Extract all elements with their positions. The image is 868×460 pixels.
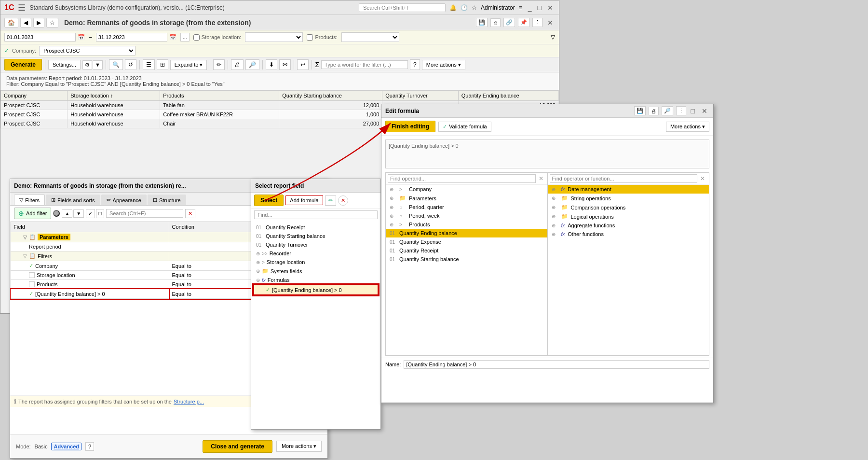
list-view-btn[interactable]: ☰ xyxy=(143,59,155,70)
list-item[interactable]: ⊕ 📁 String operations xyxy=(548,194,709,203)
settings-button[interactable]: Settings... xyxy=(48,60,81,70)
list-item[interactable]: 01 Quantity Turnover xyxy=(253,240,379,249)
formula-name-input[interactable] xyxy=(404,360,709,369)
print-icon-btn[interactable]: 🖨 xyxy=(490,18,501,27)
list-item[interactable]: ⊕ > Storage location xyxy=(253,258,379,266)
toolbar-more-actions-btn[interactable]: More actions ▾ xyxy=(422,60,465,70)
storage-location-check[interactable] xyxy=(193,34,200,41)
add-filter-button[interactable]: ⊕ Add filter xyxy=(14,208,51,219)
products-check[interactable] xyxy=(307,34,313,41)
close-generate-btn[interactable]: Close and generate xyxy=(203,440,272,453)
print-btn[interactable]: 🖨 xyxy=(231,59,244,70)
filter-help-btn[interactable]: ? xyxy=(410,59,420,70)
search-clear-btn[interactable]: ✕ xyxy=(185,209,195,218)
operands-search-clear[interactable]: ✕ xyxy=(537,175,545,182)
list-item[interactable]: ⊕ > Products xyxy=(386,220,547,229)
history-icon[interactable]: 🕐 xyxy=(461,4,468,11)
operators-search-clear[interactable]: ✕ xyxy=(698,175,707,182)
list-item[interactable]: ⊕ 📁 System fields xyxy=(253,266,379,276)
list-item[interactable]: ⊕ 📁 Parameters xyxy=(386,194,547,203)
move-down-btn[interactable]: ▼ xyxy=(73,209,84,218)
select-field-search[interactable] xyxy=(254,210,378,219)
list-item[interactable]: 01 Quantity Starting balance xyxy=(386,255,547,264)
filter-text-input[interactable] xyxy=(321,60,408,69)
list-item[interactable]: ⊕ > Company xyxy=(386,185,547,194)
list-item[interactable]: 01 Quantity Starting balance xyxy=(253,232,379,240)
date-to-input[interactable] xyxy=(96,33,167,42)
delete-formula-btn[interactable]: ✕ xyxy=(338,195,348,206)
filter-search-input[interactable] xyxy=(106,209,183,218)
forward-button[interactable]: ▶ xyxy=(33,18,44,28)
pin-icon-btn[interactable]: 📌 xyxy=(518,18,529,27)
company-select[interactable]: Prospect CJSC xyxy=(39,46,136,56)
calendar-from-icon[interactable]: 📅 xyxy=(78,34,85,41)
list-item[interactable]: ⊕ 📁 Comparison operations xyxy=(548,203,709,212)
save-icon-btn[interactable]: 💾 xyxy=(476,18,488,27)
global-search-input[interactable] xyxy=(359,3,446,12)
hamburger-menu[interactable]: ☰ xyxy=(18,2,26,13)
preview-btn[interactable]: 🔎 xyxy=(245,59,259,70)
group-view-btn[interactable]: ⊞ xyxy=(157,59,168,70)
list-item[interactable]: 01 Quantity Receipt xyxy=(253,223,379,232)
mode-help-btn[interactable]: ? xyxy=(85,442,94,451)
circle-btn[interactable] xyxy=(53,210,60,217)
list-item-highlighted[interactable]: 01 Quantity Ending balance xyxy=(386,229,547,237)
info-structure-link[interactable]: Structure p... xyxy=(174,399,204,404)
edit-formula-icon-btn[interactable]: ✏ xyxy=(325,195,336,206)
generate-button[interactable]: Generate xyxy=(4,59,42,70)
ef-maximize-btn[interactable]: □ xyxy=(689,106,697,116)
storage-location-select[interactable] xyxy=(245,32,303,42)
list-item[interactable]: ⊕ >> Recorder xyxy=(253,249,379,258)
bookmark-button[interactable]: ☆ xyxy=(46,18,58,28)
mode-basic-btn[interactable]: Basic xyxy=(35,444,48,449)
uncheck-all-btn[interactable]: □ xyxy=(96,209,104,218)
close-app-button[interactable]: ✕ xyxy=(545,3,555,13)
ef-close-btn[interactable]: ✕ xyxy=(700,106,709,116)
select-field-btn[interactable]: Select xyxy=(254,195,284,206)
date-more-btn[interactable]: ... xyxy=(180,33,190,42)
back-button[interactable]: ◀ xyxy=(20,18,31,28)
list-item-formula[interactable]: ✓ [Quantity Ending balance] > 0 xyxy=(253,284,379,295)
list-item[interactable]: ⊕ fx Aggregate functions xyxy=(548,221,709,230)
filter-funnel-icon[interactable]: ▽ xyxy=(551,34,555,41)
list-item[interactable]: 01 Quantity Receipt xyxy=(386,246,547,255)
download-btn[interactable]: ⬇ xyxy=(266,59,277,70)
settings-icon-btn[interactable]: ⚙ xyxy=(82,60,92,70)
close-doc-button[interactable]: ✕ xyxy=(545,18,555,28)
zoom-in-btn[interactable]: 🔍 xyxy=(109,59,123,70)
settings-down-btn[interactable]: ▼ xyxy=(93,60,103,70)
list-item[interactable]: ⊖ fx Formulas xyxy=(253,276,379,284)
home-button[interactable]: 🏠 xyxy=(4,18,18,28)
tab-fields-sorts[interactable]: ⊞ Fields and sorts xyxy=(46,195,100,205)
tab-structure[interactable]: ⊡ Structure xyxy=(148,195,186,205)
settings-more-actions-btn[interactable]: More actions ▾ xyxy=(276,441,322,452)
ef-more-actions-btn[interactable]: More actions ▾ xyxy=(666,122,709,132)
finish-editing-btn[interactable]: Finish editing xyxy=(385,121,435,132)
list-item[interactable]: ⊕ ○ Period, week xyxy=(386,211,547,220)
check-all-btn[interactable]: ✓ xyxy=(86,209,95,218)
ef-search-btn[interactable]: 🔎 xyxy=(662,106,673,115)
tab-filters[interactable]: ▽ Filters xyxy=(14,195,45,205)
tab-appearance[interactable]: ✏ Appearance xyxy=(101,195,147,205)
list-item[interactable]: ⊕ 📁 Logical operations xyxy=(548,212,709,221)
date-from-input[interactable] xyxy=(4,33,76,42)
operators-search-input[interactable] xyxy=(550,174,698,183)
products-select[interactable] xyxy=(341,32,399,42)
list-item[interactable]: 01 Quantity Expense xyxy=(386,237,547,246)
maximize-button[interactable]: □ xyxy=(536,3,543,13)
email-btn[interactable]: ✉ xyxy=(279,59,291,70)
formula-editor[interactable]: [Quantity Ending balance] > 0 xyxy=(385,139,709,168)
calendar-to-icon[interactable]: 📅 xyxy=(169,34,176,41)
edit-btn[interactable]: ✏ xyxy=(213,59,225,70)
mode-advanced-btn[interactable]: Advanced xyxy=(51,443,81,450)
settings-icon[interactable]: ≡ xyxy=(519,4,522,11)
operands-search-input[interactable] xyxy=(388,174,536,183)
undo-btn[interactable]: ↩ xyxy=(297,59,309,70)
refresh-btn[interactable]: ↺ xyxy=(125,59,136,70)
list-item[interactable]: ⊕ fx Other functions xyxy=(548,230,709,238)
ef-more-icon-btn[interactable]: ⋮ xyxy=(676,106,686,115)
validate-formula-btn[interactable]: ✓ Validate formula xyxy=(438,122,491,132)
more-icon-btn[interactable]: ⋮ xyxy=(532,18,542,27)
link-icon-btn[interactable]: 🔗 xyxy=(503,18,515,27)
expand-to-button[interactable]: Expand to ▾ xyxy=(170,60,207,70)
